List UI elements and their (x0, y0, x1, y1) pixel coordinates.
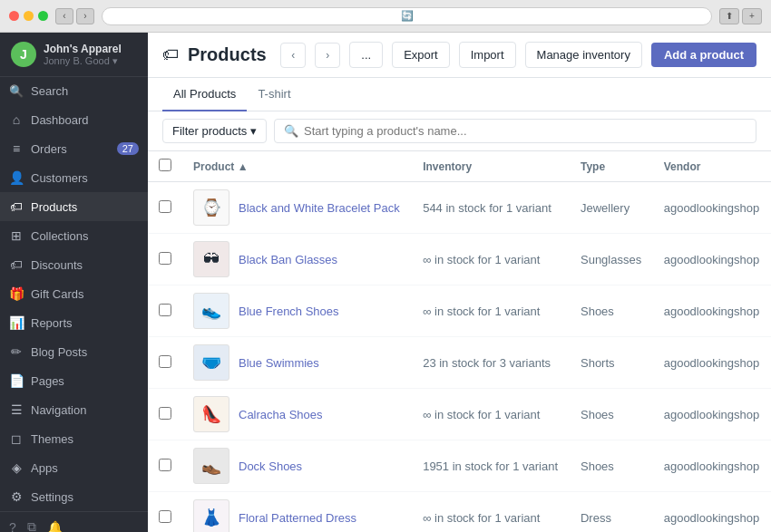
filter-products-button[interactable]: Filter products ▾ (162, 119, 267, 143)
row-checkbox-cell[interactable] (148, 337, 182, 389)
sidebar-search-label: Search (31, 84, 68, 98)
row-checkbox[interactable] (159, 407, 171, 420)
product-name-link[interactable]: Dock Shoes (239, 459, 302, 473)
notifications-icon[interactable]: 🔔 (47, 520, 63, 533)
table-row: 🩲 Blue Swimmies 23 in stock for 3 varian… (148, 337, 771, 389)
row-checkbox[interactable] (159, 510, 171, 523)
product-name-link[interactable]: Calracha Shoes (239, 408, 323, 421)
row-inventory-cell: 1951 in stock for 1 variant (412, 440, 570, 492)
sidebar-store-sub[interactable]: Jonny B. Good ▾ (44, 55, 122, 67)
orders-badge: 27 (117, 142, 139, 155)
import-button[interactable]: Import (459, 42, 516, 68)
browser-url-bar[interactable]: 🔄 (102, 7, 712, 25)
minimize-window-button[interactable] (24, 11, 34, 21)
row-checkbox-cell[interactable] (148, 285, 182, 337)
dashboard-icon: ⌂ (9, 112, 24, 127)
row-checkbox-cell[interactable] (148, 492, 182, 533)
sidebar-header[interactable]: J John's Apparel Jonny B. Good ▾ (0, 33, 148, 77)
row-checkbox-cell[interactable] (148, 234, 182, 285)
manage-inventory-button[interactable]: Manage inventory (525, 42, 642, 68)
row-checkbox[interactable] (159, 355, 171, 368)
row-type-cell: Shorts (570, 337, 653, 389)
browser-chrome: ‹ › 🔄 ⬆ + (0, 0, 771, 33)
sidebar-item-dashboard-label: Dashboard (31, 113, 89, 127)
row-product-cell: ⌚ Black and White Bracelet Pack (182, 182, 412, 234)
prev-page-button[interactable]: ‹ (280, 43, 306, 68)
table-row: 👞 Dock Shoes 1951 in stock for 1 variant… (148, 440, 771, 492)
more-options-button[interactable]: ... (349, 42, 383, 68)
table-row: 👗 Floral Patterned Dress ∞ in stock for … (148, 492, 771, 533)
product-search-input[interactable] (304, 124, 747, 138)
sidebar-item-search[interactable]: 🔍 Search (0, 77, 148, 105)
row-inventory-cell: ∞ in stock for 1 variant (412, 492, 570, 533)
product-name-link[interactable]: Floral Patterned Dress (239, 511, 356, 525)
export-button[interactable]: Export (392, 42, 450, 68)
browser-back-button[interactable]: ‹ (55, 8, 73, 24)
select-all-checkbox[interactable] (159, 159, 171, 171)
browser-forward-button[interactable]: › (76, 8, 94, 24)
row-type-cell: Shoes (570, 285, 653, 337)
products-icon: 🏷 (9, 199, 24, 214)
browser-share-button[interactable]: ⬆ (719, 8, 739, 24)
sidebar-item-products[interactable]: 🏷 Products (0, 192, 148, 221)
sidebar-item-discounts[interactable]: 🏷 Discounts (0, 250, 148, 279)
sidebar-item-dashboard[interactable]: ⌂ Dashboard (0, 105, 148, 134)
maximize-window-button[interactable] (38, 11, 48, 21)
sidebar-item-themes[interactable]: ◻ Themes (0, 424, 148, 453)
th-select-all[interactable] (148, 151, 182, 182)
sidebar-item-gift-cards[interactable]: 🎁 Gift Cards (0, 279, 148, 308)
browser-bookmark-button[interactable]: + (742, 8, 762, 24)
row-checkbox[interactable] (159, 459, 171, 471)
row-vendor-cell: agoodlookingshop (653, 492, 771, 533)
search-icon: 🔍 (9, 84, 24, 98)
help-icon[interactable]: ? (9, 520, 16, 533)
row-checkbox[interactable] (159, 252, 171, 265)
navigation-icon: ☰ (9, 402, 24, 417)
sidebar-item-blog-posts[interactable]: ✏ Blog Posts (0, 337, 148, 366)
row-type-cell: Dress (570, 492, 653, 533)
copy-icon[interactable]: ⧉ (27, 519, 36, 532)
row-vendor-cell: agoodlookingshop (653, 389, 771, 440)
sidebar-item-navigation-label: Navigation (31, 403, 86, 417)
settings-icon: ⚙ (9, 489, 24, 504)
row-product-cell: 👞 Dock Shoes (182, 440, 412, 492)
sidebar-item-apps[interactable]: ◈ Apps (0, 453, 148, 482)
sidebar-item-settings[interactable]: ⚙ Settings (0, 482, 148, 511)
close-window-button[interactable] (9, 11, 19, 21)
product-name-link[interactable]: Blue Swimmies (239, 356, 319, 370)
product-name-link[interactable]: Blue French Shoes (239, 305, 339, 318)
row-inventory-cell: ∞ in stock for 1 variant (412, 234, 570, 285)
row-checkbox[interactable] (159, 200, 171, 213)
sidebar-item-collections[interactable]: ⊞ Collections (0, 221, 148, 250)
table-row: 👠 Calracha Shoes ∞ in stock for 1 varian… (148, 389, 771, 440)
browser-navigation: ‹ › (55, 8, 94, 24)
sidebar-item-reports[interactable]: 📊 Reports (0, 308, 148, 337)
row-type-cell: Shoes (570, 389, 653, 440)
products-table: Product ▲ Inventory Type Vendor ⌚ (148, 151, 771, 532)
page-icon: 🏷 (162, 45, 179, 64)
row-vendor-cell: agoodlookingshop (653, 182, 771, 234)
sidebar-item-orders[interactable]: ≡ Orders 27 (0, 134, 148, 163)
product-thumbnail: 👞 (193, 448, 229, 484)
product-thumbnail: 👟 (193, 293, 229, 329)
sidebar-item-blog-posts-label: Blog Posts (31, 345, 87, 359)
sidebar-item-themes-label: Themes (31, 432, 73, 446)
row-checkbox-cell[interactable] (148, 440, 182, 492)
row-checkbox[interactable] (159, 304, 171, 316)
tab-all-products[interactable]: All Products (162, 78, 247, 111)
row-checkbox-cell[interactable] (148, 389, 182, 440)
product-search-wrapper[interactable]: 🔍 (274, 119, 756, 143)
next-page-button[interactable]: › (315, 43, 340, 68)
product-name-link[interactable]: Black and White Bracelet Pack (239, 201, 400, 215)
sidebar-item-customers[interactable]: 👤 Customers (0, 163, 148, 192)
sidebar-item-settings-label: Settings (31, 490, 73, 504)
sidebar-item-navigation[interactable]: ☰ Navigation (0, 395, 148, 424)
sidebar-item-reports-label: Reports (31, 316, 73, 330)
th-type: Type (570, 151, 653, 182)
tabs-bar: All Products T-shirt (148, 78, 771, 111)
row-checkbox-cell[interactable] (148, 182, 182, 234)
add-product-button[interactable]: Add a product (651, 43, 756, 67)
product-name-link[interactable]: Black Ban Glasses (239, 253, 337, 266)
tab-t-shirt[interactable]: T-shirt (247, 78, 301, 111)
sidebar-item-pages[interactable]: 📄 Pages (0, 366, 148, 395)
